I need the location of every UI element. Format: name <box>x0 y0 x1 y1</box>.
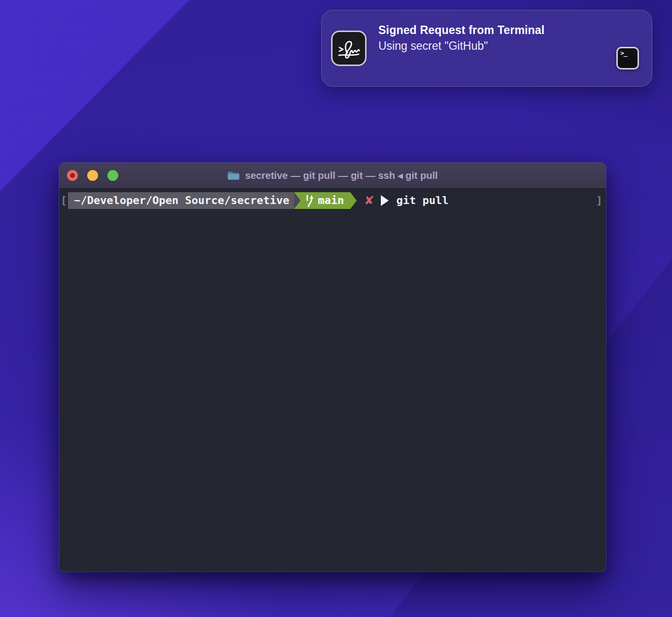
terminal-window: secretive — git pull — git — ssh ◂ git p… <box>59 163 606 572</box>
powerline-separator-icon <box>294 192 301 209</box>
notification-banner[interactable]: Signed Request from Terminal Using secre… <box>321 10 652 87</box>
git-branch-icon <box>305 194 314 207</box>
git-branch-name: main <box>318 192 344 209</box>
window-title: secretive — git pull — git — ssh ◂ git p… <box>59 163 606 188</box>
titlebar[interactable]: secretive — git pull — git — ssh ◂ git p… <box>59 163 606 189</box>
close-button[interactable] <box>67 170 78 181</box>
zoom-button[interactable] <box>107 170 118 181</box>
prompt-open-bracket: [ <box>59 192 68 209</box>
folder-icon <box>227 171 240 181</box>
secretive-app-icon <box>331 31 367 66</box>
status-error-icon: ✘ <box>364 192 374 209</box>
close-modified-dot <box>70 173 75 178</box>
prompt-path-segment: ~/Developer/Open Source/secretive <box>68 192 294 209</box>
typed-command: git pull <box>396 192 448 209</box>
notification-title: Signed Request from Terminal <box>378 24 544 37</box>
notification-subtitle: Using secret "GitHub" <box>378 39 544 53</box>
prompt-arrow-icon <box>381 195 389 206</box>
shell-prompt: [ ~/Developer/Open Source/secretive main… <box>59 192 606 209</box>
powerline-arrow-icon <box>350 192 357 209</box>
terminal-content[interactable]: [ ~/Developer/Open Source/secretive main… <box>59 189 606 571</box>
terminal-icon-glyph: >_ <box>618 48 638 57</box>
window-title-text: secretive — git pull — git — ssh ◂ git p… <box>245 170 437 181</box>
prompt-close-bracket: ] <box>596 192 606 209</box>
minimize-button[interactable] <box>87 170 98 181</box>
terminal-app-icon: >_ <box>616 47 639 69</box>
prompt-git-segment: main <box>301 192 350 209</box>
